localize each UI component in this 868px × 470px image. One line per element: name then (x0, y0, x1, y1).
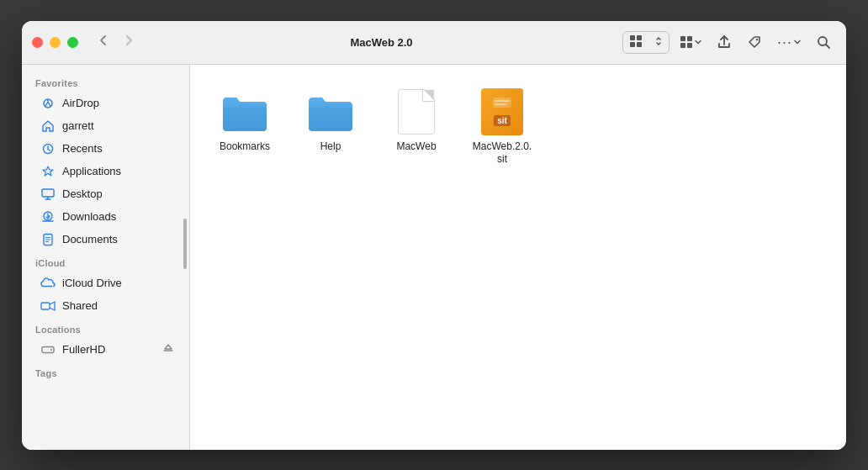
window-title: MacWeb 2.0 (147, 36, 616, 49)
view-toggle-group (622, 31, 670, 54)
svg-rect-1 (637, 35, 642, 40)
more-button[interactable]: ··· (772, 30, 806, 55)
bookmarks-file-label: Bookmarks (220, 140, 270, 154)
content-area: Bookmarks (190, 65, 846, 450)
home-icon (40, 119, 56, 134)
downloads-icon (40, 209, 56, 224)
sidebar-item-recents[interactable]: Recents (27, 138, 184, 160)
applications-label: Applications (62, 165, 121, 177)
macweb-sit-file-label: MacWeb.2.0.sit (471, 140, 533, 166)
svg-rect-19 (493, 98, 511, 108)
favorites-section-label: Favorites (22, 71, 189, 92)
traffic-lights (32, 37, 78, 48)
drive-icon (40, 342, 56, 357)
tags-section-label: Tags (22, 362, 189, 382)
shared-icon (40, 298, 56, 314)
file-item-macweb[interactable]: MacWeb (378, 82, 454, 173)
svg-point-8 (756, 39, 758, 40)
sidebar-item-icloud-drive[interactable]: iCloud Drive (27, 272, 184, 294)
bookmarks-folder-icon (221, 88, 268, 135)
documents-label: Documents (62, 233, 118, 246)
icloud-section-label: iCloud (22, 251, 189, 272)
shared-label: Shared (62, 299, 98, 312)
downloads-label: Downloads (62, 210, 116, 223)
share-button[interactable] (712, 31, 737, 53)
svg-rect-3 (637, 42, 642, 47)
back-button[interactable] (92, 30, 115, 54)
toolbar-actions: ··· (622, 30, 836, 55)
macweb-file-icon (393, 88, 440, 135)
clock-icon (40, 141, 56, 156)
file-item-macweb-sit[interactable]: sit MacWeb.2.0.sit (464, 82, 540, 173)
sidebar-item-downloads[interactable]: Downloads (27, 206, 184, 228)
sidebar-item-shared[interactable]: Shared (27, 295, 184, 317)
main-area: Favorites AirDrop garrett (22, 65, 846, 450)
finder-window: MacWeb 2.0 (22, 21, 846, 450)
airdrop-icon (40, 96, 56, 111)
svg-point-11 (47, 99, 49, 101)
file-item-bookmarks[interactable]: Bookmarks (207, 82, 283, 173)
sidebar-item-applications[interactable]: Applications (27, 161, 184, 182)
svg-rect-16 (41, 303, 50, 309)
locations-section-label: Locations (22, 318, 189, 338)
svg-rect-5 (687, 36, 692, 41)
maximize-button[interactable] (67, 37, 78, 48)
svg-rect-7 (687, 43, 692, 48)
icloud-icon (40, 276, 56, 291)
scroll-handle (183, 219, 187, 269)
tag-button[interactable] (742, 31, 767, 53)
nav-buttons (92, 30, 140, 54)
list-view-button[interactable] (675, 32, 707, 52)
sidebar-item-documents[interactable]: Documents (27, 229, 184, 251)
svg-rect-6 (680, 43, 685, 48)
svg-rect-0 (630, 35, 635, 40)
toolbar: MacWeb 2.0 (22, 21, 846, 65)
garrett-label: garrett (62, 119, 94, 132)
sidebar: Favorites AirDrop garrett (22, 65, 190, 450)
svg-rect-4 (680, 36, 685, 41)
recents-label: Recents (62, 142, 103, 155)
desktop-label: Desktop (62, 187, 103, 200)
view-chevron-button[interactable] (648, 33, 669, 51)
close-button[interactable] (32, 37, 43, 48)
sidebar-item-fullerhd[interactable]: FullerHD (27, 339, 184, 361)
apps-icon (40, 164, 56, 179)
svg-point-18 (50, 349, 52, 351)
eject-button[interactable] (162, 342, 174, 356)
icloud-drive-label: iCloud Drive (62, 277, 122, 289)
sidebar-item-airdrop[interactable]: AirDrop (27, 92, 184, 114)
macweb-file-label: MacWeb (396, 140, 436, 154)
desktop-icon (40, 187, 56, 202)
icon-view-button[interactable] (623, 32, 648, 53)
fullerhd-label: FullerHD (62, 343, 105, 356)
svg-rect-13 (42, 189, 54, 197)
sidebar-item-garrett[interactable]: garrett (27, 115, 184, 137)
minimize-button[interactable] (50, 37, 61, 48)
documents-icon (40, 232, 56, 247)
sidebar-item-desktop[interactable]: Desktop (27, 183, 184, 205)
svg-rect-2 (630, 42, 635, 47)
file-grid: Bookmarks (207, 82, 829, 173)
help-folder-icon (307, 88, 354, 135)
airdrop-label: AirDrop (62, 97, 99, 109)
forward-button[interactable] (117, 30, 140, 54)
sit-file-icon: sit (479, 88, 526, 135)
help-file-label: Help (320, 140, 341, 154)
search-button[interactable] (811, 31, 836, 53)
file-item-help[interactable]: Help (293, 82, 368, 173)
